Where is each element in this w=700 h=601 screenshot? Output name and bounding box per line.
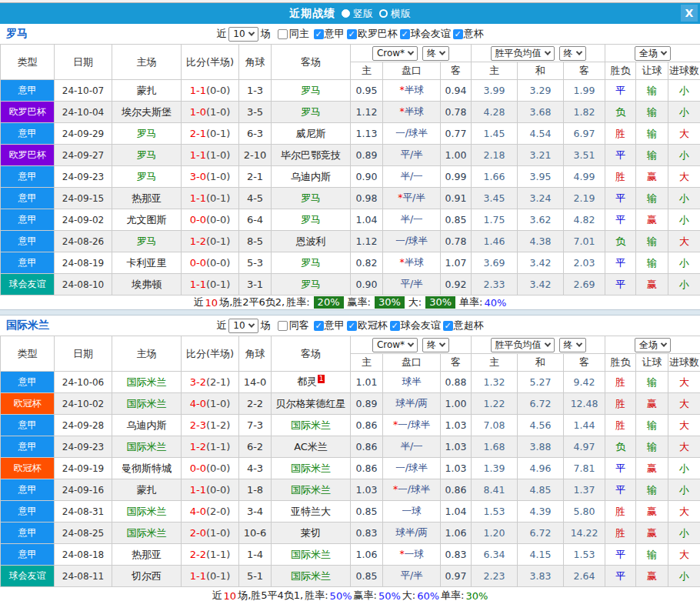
home-team-cell: 热那亚	[112, 544, 182, 566]
layout-horizontal-option[interactable]: 横版	[379, 7, 411, 21]
summary-stat-value: 30%	[466, 590, 488, 601]
home-team-cell: 蒙扎	[112, 80, 182, 102]
recent-count-value[interactable]: 10	[233, 320, 245, 331]
handicap-result-cell: 赢	[636, 501, 668, 523]
checkbox-unchecked-icon[interactable]	[278, 29, 288, 39]
col-type: 类型	[1, 336, 55, 372]
handicap-star: *	[399, 105, 404, 117]
home-team-cell: 埃弗顿	[112, 274, 182, 295]
radio-selected-icon[interactable]	[342, 9, 350, 18]
away-team-cell: 威尼斯	[272, 123, 351, 145]
scope-select[interactable]: 全场	[635, 338, 671, 352]
summary-stat-label: 单率:	[441, 589, 464, 601]
checkbox-checked-icon[interactable]	[443, 321, 453, 331]
checkbox-checked-icon[interactable]	[347, 321, 357, 331]
odds-final-select[interactable]: 终	[422, 338, 449, 352]
handicap-result-cell: 输	[636, 80, 668, 102]
halftime-score: (1-0)	[206, 398, 230, 409]
date-cell: 24-10-04	[55, 102, 112, 123]
handicap-cell: *平/半	[383, 188, 441, 209]
handicap-cell: *一/球半	[383, 479, 441, 501]
result-group-header: 全场	[605, 336, 700, 354]
checkbox-checked-icon[interactable]	[453, 29, 463, 39]
checkbox-checked-icon[interactable]	[314, 29, 324, 39]
goals-result-cell: 小	[668, 479, 700, 501]
avg-home-cell: 1.20	[472, 523, 518, 544]
checkbox-checked-icon[interactable]	[400, 29, 410, 39]
avg-final-select[interactable]: 终	[559, 46, 586, 61]
layout-horizontal-label[interactable]: 横版	[391, 7, 411, 21]
home-odds-cell: 1.06	[351, 544, 383, 566]
avg-away-cell: 4.99	[564, 166, 605, 188]
away-team-cell: 国际米兰	[272, 479, 351, 501]
recent-count-select[interactable]: 10	[228, 27, 258, 42]
away-team-cell: 贝尔格莱德红星	[272, 393, 351, 415]
away-team-cell: AC米兰	[272, 436, 351, 458]
fulltime-score: 4-0	[190, 398, 206, 409]
recent-count-select[interactable]: 10	[228, 319, 258, 333]
col-home: 主场	[112, 336, 182, 372]
home-odds-cell: 1.13	[351, 123, 383, 145]
handicap-result-cell: 赢	[636, 166, 668, 188]
home-odds-cell: 0.86	[351, 436, 383, 458]
odds-source-select[interactable]: Crow*	[372, 46, 418, 61]
league-filter-checkbox[interactable]: 意杯	[451, 27, 484, 41]
avg-final-select[interactable]: 终	[559, 338, 586, 352]
same-away-checkbox[interactable]: 同客	[273, 319, 309, 332]
date-cell: 24-08-26	[55, 231, 112, 252]
handicap-star: *	[399, 84, 404, 95]
league-filter-checkbox[interactable]: 球会友谊	[388, 319, 441, 332]
avg-source-select[interactable]: 胜平负均值	[491, 46, 555, 61]
handicap-cell: 球半/两	[383, 393, 441, 415]
checkbox-checked-icon[interactable]	[347, 29, 357, 39]
avg-away-cell: 2.64	[564, 566, 605, 587]
scope-select[interactable]: 全场	[635, 46, 671, 61]
same-home-checkbox[interactable]: 同主	[273, 27, 309, 41]
result-cell: 平	[605, 145, 636, 166]
goals-result-cell: 小	[668, 523, 700, 544]
checkbox-checked-icon[interactable]	[314, 321, 324, 331]
league-filter-checkbox[interactable]: 意甲	[312, 319, 345, 332]
avg-away-cell: 1.82	[564, 102, 605, 123]
league-filter-checkbox[interactable]: 意超杯	[441, 319, 484, 332]
halftime-score: (0-1)	[206, 235, 230, 247]
avg-home-cell: 3.69	[472, 252, 518, 274]
home-team-cell: 国际米兰	[112, 393, 182, 415]
avg-source-select[interactable]: 胜平负均值	[491, 338, 555, 352]
league-cell: 欧罗巴杯	[1, 102, 55, 123]
odds-source-select[interactable]: Crow*	[372, 338, 418, 352]
layout-vertical-label[interactable]: 竖版	[353, 7, 373, 21]
league-filter-checkbox[interactable]: 意甲	[312, 27, 345, 41]
league-filter-checkbox[interactable]: 欧罗巴杯	[345, 27, 398, 41]
checkbox-checked-icon[interactable]	[390, 321, 400, 331]
layout-vertical-option[interactable]: 竖版	[342, 7, 373, 21]
radio-unselected-icon[interactable]	[379, 9, 388, 18]
checkbox-unchecked-icon[interactable]	[278, 321, 288, 331]
sub-col-odds-away: 客	[441, 354, 472, 372]
recent-count-value[interactable]: 10	[233, 28, 245, 39]
avg-away-cell: 7.01	[564, 231, 605, 252]
avg-away-cell: 14.22	[564, 523, 605, 544]
window-title: 近期战绩	[289, 7, 335, 21]
result-cell: 负	[605, 231, 636, 252]
date-cell: 24-09-15	[55, 188, 112, 209]
halftime-score: (2-0)	[206, 506, 230, 517]
avg-home-cell: 6.34	[472, 544, 518, 566]
halftime-score: (1-2)	[206, 419, 230, 431]
corner-cell: 3-1	[239, 274, 272, 295]
league-filter-checkbox[interactable]: 欧冠杯	[345, 319, 388, 332]
close-icon[interactable]: X	[681, 5, 698, 22]
league-filter-checkbox[interactable]: 球会友谊	[398, 27, 451, 41]
match-row: 意甲24-09-23罗马3-0(1-0)2-1乌迪内斯0.90半/一0.991.…	[1, 166, 700, 188]
home-team-cell: 罗马	[112, 166, 182, 188]
same-home-label[interactable]: 同主	[289, 27, 309, 41]
same-away-label[interactable]: 同客	[289, 319, 309, 332]
handicap-result-cell: 输	[636, 145, 668, 166]
chevron-down-icon	[661, 340, 667, 346]
odds-final-select[interactable]: 终	[422, 46, 449, 61]
home-team-cell: 罗马	[112, 123, 182, 145]
away-odds-cell: 0.99	[441, 166, 472, 188]
halftime-score: (0-0)	[206, 85, 230, 96]
col-home: 主场	[112, 45, 182, 80]
sub-col-avg-draw: 和	[518, 62, 564, 80]
